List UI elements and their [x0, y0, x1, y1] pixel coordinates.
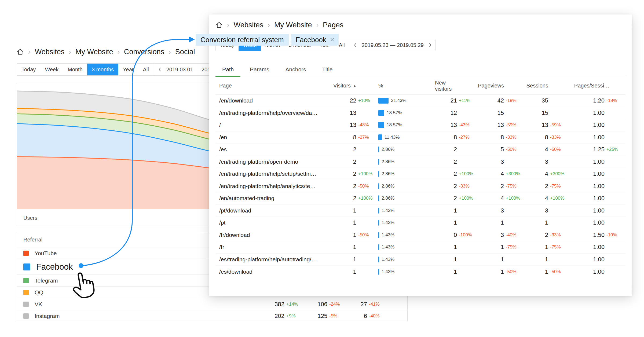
column-label: %: [378, 83, 383, 89]
page-link[interactable]: /pt/download: [215, 207, 333, 214]
table-row[interactable]: /es/trading-platform/help/autotrading/…1…: [215, 254, 625, 266]
delta-badge: -27%: [457, 135, 478, 140]
legend-swatch-icon: [23, 263, 30, 270]
cell-value: 1: [435, 207, 457, 214]
delta-badge: -75%: [548, 184, 569, 189]
breadcrumb-conversions[interactable]: Conversions: [124, 48, 164, 56]
table-row[interactable]: /pt11.43%1111.00: [215, 217, 625, 229]
pageviews-cell: 15: [478, 109, 525, 116]
delta-badge: -50%: [548, 269, 569, 274]
breadcrumb-websites[interactable]: Websites: [234, 21, 264, 29]
percent-value: 2.86%: [382, 184, 394, 189]
page-link[interactable]: /es/download: [215, 269, 333, 275]
page-link[interactable]: /: [215, 122, 333, 128]
pages-per-session-cell: 1.00: [569, 170, 625, 177]
time-tab-today[interactable]: Today: [17, 64, 40, 75]
time-tab-3-months[interactable]: 3 months: [87, 64, 118, 75]
page-link[interactable]: /en/automated-trading: [215, 195, 333, 202]
table-row[interactable]: /es22.86%25-50%4-60%1.25+25%: [215, 144, 625, 156]
cell-value: 1.00: [569, 134, 605, 141]
table-row[interactable]: /en/trading-platform/help/overview/da…13…: [215, 107, 625, 119]
delta-badge: -24%: [327, 302, 348, 307]
sessions-cell: 4+100%: [525, 195, 569, 202]
tab-params[interactable]: Params: [243, 63, 276, 77]
table-row[interactable]: /13-48%18.57%13-43%13-59%13-59%1.00: [215, 119, 625, 131]
time-tab-week[interactable]: Week: [40, 64, 63, 75]
time-tab-year[interactable]: Year: [118, 64, 138, 75]
page-link[interactable]: /pt: [215, 219, 333, 226]
page-link[interactable]: /en: [215, 134, 333, 141]
breadcrumb-pages[interactable]: Pages: [323, 21, 343, 29]
delta-badge: -10%: [605, 232, 625, 238]
time-tab-month[interactable]: Month: [63, 64, 87, 75]
cell-value: 3: [478, 207, 504, 214]
table-row[interactable]: /es/download11.43%11-50%1-50%1.00: [215, 266, 625, 278]
pageviews-cell: 3: [478, 207, 525, 214]
page-link[interactable]: /en/trading-platform/help/setup/settin…: [215, 171, 333, 177]
column-header-page[interactable]: Page: [215, 83, 333, 89]
cell-value: 1.50: [569, 232, 605, 239]
breadcrumb-websites[interactable]: Websites: [35, 48, 65, 56]
table-row[interactable]: /en/download22+10%31.43%21+11%42-18%351.…: [215, 95, 625, 107]
time-tab-all[interactable]: All: [138, 64, 153, 75]
visitors-cell: 1: [333, 219, 377, 226]
percent-value: 31.43%: [391, 98, 407, 103]
conversion-filter-row: Conversion referral system Facebook ×: [196, 34, 339, 46]
cell-value: 1: [478, 244, 504, 251]
column-header-new-visitors[interactable]: New visitors: [435, 80, 478, 92]
cell-value: 35: [525, 97, 548, 104]
percent-cell: 1.43%: [377, 232, 435, 238]
percent-value: 11.43%: [385, 135, 400, 140]
table-row[interactable]: /fr11.43%11-75%1-75%1.00: [215, 241, 625, 254]
percent-cell: 1.43%: [377, 269, 435, 275]
cell-value: 15: [525, 109, 548, 116]
percent-cell: 2.86%: [377, 183, 435, 189]
cell-value: 2: [525, 183, 548, 190]
table-row[interactable]: /en8-27%11.43%8-27%8-33%8-33%1.00: [215, 131, 625, 144]
column-header-visitors[interactable]: Visitors▲: [333, 83, 377, 89]
sessions-cell: 1: [525, 219, 569, 226]
new-visitors-cell: 2+100%: [435, 195, 478, 202]
page-link[interactable]: /en/download: [215, 97, 333, 104]
referral-row-instagram[interactable]: Instagram202+9%125-5%6-40%: [17, 310, 407, 322]
table-row[interactable]: /en/trading-platform/help/analytics/te…2…: [215, 180, 625, 193]
page-link[interactable]: /en/trading-platform/help/analytics/te…: [215, 183, 333, 189]
home-icon[interactable]: [17, 48, 24, 56]
table-row[interactable]: /en/trading-platform/help/setup/settin…2…: [215, 168, 625, 180]
close-icon[interactable]: ×: [330, 36, 334, 43]
page-link[interactable]: /en/trading-platform/open-demo: [215, 159, 333, 165]
tab-path[interactable]: Path: [215, 63, 240, 77]
delta-badge: -5%: [327, 313, 348, 319]
tab-anchors[interactable]: Anchors: [279, 63, 313, 77]
referral-value-cell: 6-40%: [348, 313, 388, 320]
sessions-cell: 1-50%: [525, 268, 569, 275]
page-link[interactable]: /es/trading-platform/help/autotrading/…: [215, 256, 333, 263]
facebook-filter-chip[interactable]: Facebook ×: [291, 34, 339, 46]
column-header-pages-sessi[interactable]: Pages/Sessi…: [569, 83, 625, 89]
table-row[interactable]: /en/trading-platform/open-demo22.86%2331…: [215, 156, 625, 168]
prev-date-icon[interactable]: [350, 39, 360, 51]
column-header-pageviews[interactable]: Pageviews: [478, 83, 525, 89]
breadcrumb-my-website[interactable]: My Website: [274, 21, 312, 29]
next-date-icon[interactable]: [425, 39, 435, 51]
column-header-[interactable]: %: [377, 83, 435, 89]
table-row[interactable]: /en/automated-trading2+100%2.86%2+100%4+…: [215, 192, 625, 205]
sessions-cell: 1: [525, 256, 569, 263]
column-header-sessions[interactable]: Sessions: [525, 83, 569, 89]
referral-value-cell: 27-41%: [348, 301, 388, 308]
cell-value: 1: [435, 268, 457, 275]
page-link[interactable]: /en/trading-platform/help/overview/da…: [215, 110, 333, 116]
referral-row-vk[interactable]: VK382+14%106-24%27-41%: [17, 298, 407, 310]
breadcrumb-social[interactable]: Social: [175, 48, 195, 56]
date-range[interactable]: 2019.05.23 — 2019.05.29: [360, 42, 425, 48]
table-row[interactable]: /fr/download1-50%1.43%0-100%3-40%2-33%1.…: [215, 229, 625, 241]
prev-date-icon[interactable]: [155, 64, 165, 75]
page-link[interactable]: /es: [215, 146, 333, 153]
tab-title[interactable]: Title: [316, 63, 339, 77]
page-link[interactable]: /fr: [215, 244, 333, 250]
page-link[interactable]: /fr/download: [215, 232, 333, 238]
home-icon[interactable]: [215, 21, 223, 29]
breadcrumb-my-website[interactable]: My Website: [75, 48, 113, 56]
table-row[interactable]: /pt/download11.43%1331.00: [215, 205, 625, 217]
delta-badge: -48%: [356, 122, 377, 128]
